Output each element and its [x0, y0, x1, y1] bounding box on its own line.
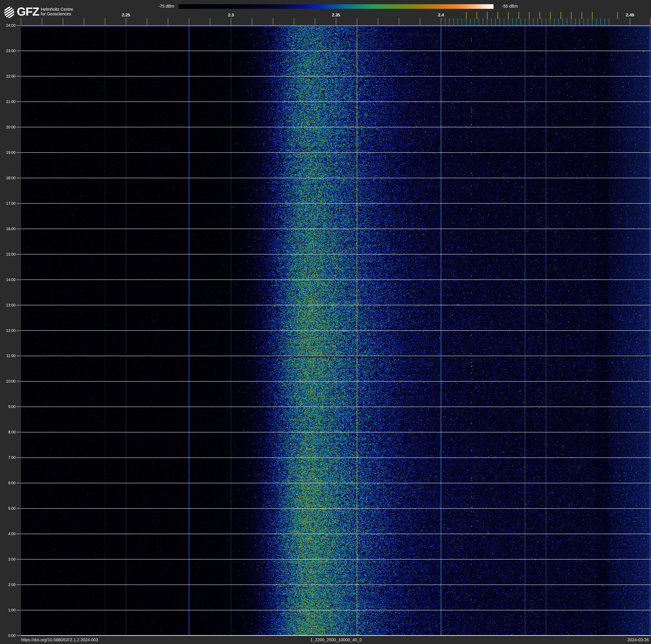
time-axis-tick	[17, 356, 21, 356]
freq-tick	[21, 18, 21, 25]
wifi-channel-tick	[487, 12, 488, 19]
dataset-id: 1_2200_2500_10000_40_0	[310, 638, 362, 642]
time-axis-label: 16:00	[0, 227, 16, 231]
logo-subtitle: Helmholtz Centre for Geosciences	[41, 7, 73, 16]
ble-channel-tick	[533, 18, 534, 25]
wifi-channel-tick	[497, 12, 498, 19]
time-axis-label: 19:00	[0, 150, 16, 155]
ble-channel-tick	[521, 18, 521, 25]
time-axis-label: 0:00	[0, 633, 16, 638]
colorbar-max-label: -55 dBm	[502, 4, 518, 9]
ble-channel-tick	[462, 18, 462, 25]
wifi-channel-tick	[539, 12, 540, 19]
wifi-channel-tick	[508, 12, 508, 19]
gfz-logo: GFZ Helmholtz Centre for Geosciences	[4, 5, 73, 19]
time-axis-tick	[17, 534, 21, 534]
ble-channel-tick	[550, 18, 550, 25]
ble-channel-tick	[596, 18, 597, 25]
freq-tick	[210, 18, 210, 25]
freq-tick	[357, 18, 357, 25]
freq-tick	[231, 18, 231, 25]
ble-channel-tick	[563, 18, 563, 25]
wifi-channel-tick	[617, 12, 618, 19]
ble-channel-tick	[529, 18, 529, 25]
ble-channel-tick	[575, 18, 576, 25]
freq-tick	[189, 18, 189, 25]
colorbar-gradient	[179, 4, 494, 9]
freq-tick	[42, 18, 42, 25]
ble-channel-tick	[604, 18, 605, 25]
ble-channel-tick	[567, 18, 567, 25]
spectrogram-heatmap	[21, 25, 651, 636]
time-axis-tick	[17, 203, 21, 204]
time-axis-label: 8:00	[0, 430, 16, 435]
time-axis-label: 17:00	[0, 201, 16, 206]
time-axis-tick	[17, 432, 21, 432]
freq-tick	[630, 18, 630, 25]
ble-channel-tick	[466, 18, 466, 25]
ble-channel-tick	[504, 18, 504, 25]
freq-tick	[63, 18, 63, 25]
ble-channel-tick	[537, 18, 538, 25]
time-axis-label: 2:00	[0, 582, 16, 587]
wifi-channel-tick	[519, 12, 519, 19]
ble-channel-tick	[491, 18, 492, 25]
time-axis-tick	[17, 178, 21, 178]
logo-subtitle-line2: for Geosciences	[41, 11, 71, 16]
freq-tick	[105, 18, 105, 25]
colorbar-min-label: -75 dBm	[157, 4, 174, 9]
time-axis-tick	[17, 254, 21, 255]
time-axis-tick	[17, 610, 21, 610]
time-axis-label: 4:00	[0, 531, 16, 536]
time-axis-label: 5:00	[0, 506, 16, 511]
freq-tick	[336, 18, 336, 25]
freq-tick	[399, 18, 399, 25]
time-axis-tick	[17, 508, 21, 509]
time-axis-tick	[17, 76, 21, 77]
freq-tick	[378, 18, 378, 25]
ble-channel-tick	[458, 18, 458, 25]
ble-channel-tick	[592, 18, 592, 25]
time-axis-label: 21:00	[0, 99, 16, 104]
freq-tick	[126, 18, 126, 25]
ble-channel-tick	[487, 18, 488, 25]
gfz-globe-icon	[4, 6, 15, 19]
freq-tick	[420, 18, 420, 25]
ble-channel-tick	[445, 18, 445, 25]
doi-link: https://doi.org/10.5880/GFZ.1.2.2024.003	[21, 638, 98, 642]
time-axis-label: 15:00	[0, 252, 16, 257]
time-axis-tick	[17, 229, 21, 229]
freq-tick	[273, 18, 273, 25]
wifi-channel-tick	[560, 12, 561, 19]
wifi-channel-tick	[529, 12, 530, 19]
logo-subtitle-line1: Helmholtz Centre	[41, 7, 73, 11]
wifi-channel-tick	[550, 12, 551, 19]
ble-channel-tick	[470, 18, 471, 25]
time-axis-tick	[17, 305, 21, 305]
time-axis-label: 12:00	[0, 328, 16, 333]
time-axis-tick	[17, 101, 21, 102]
time-axis-label: 14:00	[0, 277, 16, 282]
freq-tick	[441, 18, 441, 25]
freq-tick	[168, 18, 168, 25]
ble-channel-tick	[571, 18, 571, 25]
ble-channel-tick	[588, 18, 588, 25]
time-axis-tick	[17, 585, 21, 585]
time-axis-tick	[17, 330, 21, 331]
time-axis-label: 3:00	[0, 557, 16, 562]
time-axis-label: 24:00	[0, 23, 16, 28]
ble-channel-tick	[546, 18, 546, 25]
ble-channel-tick	[558, 18, 559, 25]
time-axis-label: 23:00	[0, 49, 16, 53]
ble-channel-tick	[512, 18, 513, 25]
freq-tick	[147, 18, 147, 25]
wifi-channel-tick	[582, 12, 582, 19]
bottom-axis-line	[21, 635, 651, 636]
time-axis-tick	[17, 127, 21, 127]
ble-channel-tick	[495, 18, 496, 25]
freq-tick	[84, 18, 84, 25]
time-axis-tick	[17, 381, 21, 381]
time-axis-label: 22:00	[0, 74, 16, 79]
wifi-channel-tick	[476, 12, 477, 19]
freq-axis-label: 2.4	[438, 12, 444, 18]
